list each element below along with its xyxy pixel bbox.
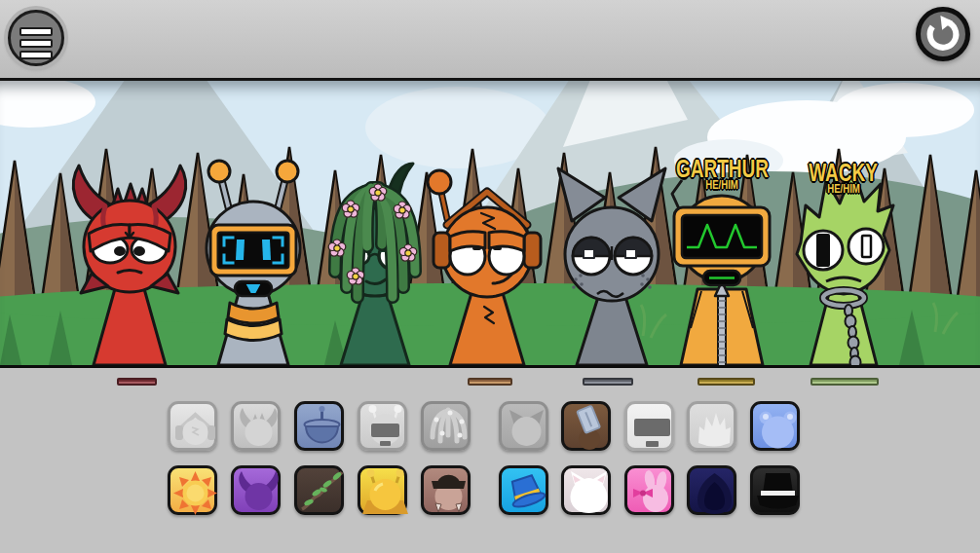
menu-button[interactable] (8, 10, 64, 66)
nameplate-wacky: WACKY HE/HIM (771, 161, 917, 195)
sound-hat-fangs-icon[interactable] (421, 465, 471, 515)
sound-black-tophat-icon[interactable] (750, 465, 800, 515)
sound-white-cat-icon[interactable] (561, 465, 611, 515)
character-name: WACKY (810, 161, 879, 184)
sound-plant-pot-icon[interactable] (294, 401, 344, 451)
sound-navy-hood-icon[interactable] (687, 465, 736, 515)
restart-icon (924, 16, 961, 53)
top-bar (0, 0, 980, 81)
character-red-devil[interactable] (66, 159, 193, 365)
character-pronouns: HE/HIM (827, 184, 860, 195)
character-pronouns: HE/HIM (705, 180, 738, 191)
progress-bar-orange-headphones (468, 378, 512, 386)
progress-bar-red-devil (117, 378, 157, 386)
sound-pink-bow-icon[interactable] (624, 465, 674, 515)
restart-button[interactable] (916, 7, 970, 61)
sound-frog-head-icon[interactable] (750, 401, 800, 451)
hamburger-icon (11, 14, 61, 59)
sound-sun-icon[interactable] (168, 465, 217, 515)
sound-headphones-icon[interactable] (168, 401, 217, 451)
sound-blue-tophat-icon[interactable] (499, 465, 548, 515)
sound-panel (0, 368, 980, 553)
character-vine-hair[interactable] (312, 159, 438, 365)
sound-vine-hair-icon[interactable] (421, 401, 471, 451)
progress-bar-garthur (697, 378, 755, 386)
character-orange-headphones[interactable] (424, 159, 550, 365)
progress-bar-wacky (810, 378, 879, 386)
game-window: GARTHUR HE/HIM WACKY HE/HIM (0, 0, 980, 553)
sound-purple-horns-icon[interactable] (231, 465, 281, 515)
sound-leaf-branch-icon[interactable] (294, 465, 344, 515)
sound-robot-head-icon[interactable] (358, 401, 407, 451)
sound-screen-face-icon[interactable] (624, 401, 674, 451)
character-name: GARTHUR (676, 157, 769, 180)
sound-glow-orb-icon[interactable] (358, 465, 407, 515)
sound-spiky-head-icon[interactable] (687, 401, 736, 451)
sound-tilted-cup-icon[interactable] (561, 401, 611, 451)
stage: GARTHUR HE/HIM WACKY HE/HIM (0, 81, 980, 368)
sound-cat-head-icon[interactable] (499, 401, 548, 451)
progress-bar-gray-cat (583, 378, 633, 386)
sound-devil-horns-icon[interactable] (231, 401, 281, 451)
character-gray-robot[interactable] (190, 159, 317, 365)
